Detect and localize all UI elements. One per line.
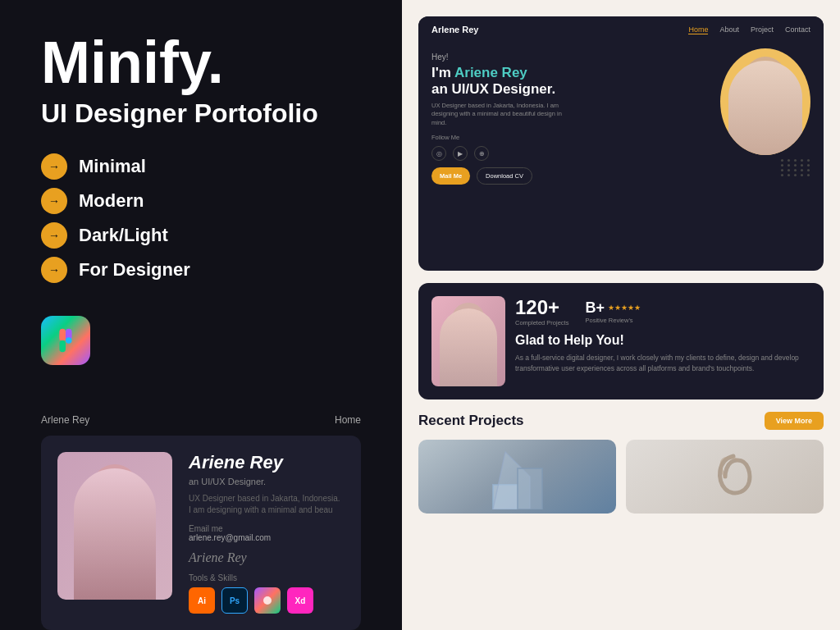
portfolio-photo-figure	[74, 468, 156, 600]
portfolio-nav-name: Arlene Rey	[41, 414, 89, 426]
site-preview: Arlene Rey Home About Project Contact He…	[418, 16, 824, 271]
recent-section: Recent Projects View More	[418, 412, 824, 514]
svg-rect-8	[518, 468, 542, 509]
feature-label-3: Dark/Light	[79, 225, 168, 246]
portfolio-nav-home: Home	[335, 414, 361, 426]
stats-numbers: 120+ Completed Projects B+ ★★★★★ Positiv…	[515, 296, 810, 326]
spiral-visual	[626, 440, 824, 514]
arrow-icon-3: →	[41, 222, 67, 249]
site-nav-about[interactable]: About	[719, 25, 739, 34]
site-nav-logo: Arlene Rey	[431, 25, 478, 34]
stats-figure	[440, 308, 497, 386]
stats-photo	[431, 296, 505, 386]
tool-ai-icon: Ai	[189, 587, 215, 614]
svg-rect-4	[59, 334, 66, 340]
arrow-icon-1: →	[41, 153, 67, 180]
tool-ps-icon: Ps	[221, 587, 248, 614]
site-hero-hey: Hey!	[431, 52, 712, 62]
portfolio-designer-desc: UX Designer based in Jakarta, Indonesia.…	[189, 493, 345, 516]
recent-header: Recent Projects View More	[418, 412, 824, 430]
instagram-icon[interactable]: ◎	[431, 146, 446, 161]
portfolio-designer-name: Ariene Rey	[189, 452, 345, 473]
projects-number: 120+	[515, 296, 568, 319]
portfolio-photo	[57, 452, 172, 600]
portfolio-tools-label: Tools & Skills	[189, 573, 345, 582]
youtube-icon[interactable]: ▶	[453, 146, 468, 161]
svg-rect-1	[59, 340, 66, 352]
portfolio-email: arlene.rey@gmail.com	[189, 533, 345, 542]
site-hero-name: Ariene Rey	[454, 65, 527, 80]
projects-label: Completed Projects	[515, 319, 568, 326]
site-nav-links: Home About Project Contact	[688, 25, 810, 34]
site-nav: Arlene Rey Home About Project Contact	[418, 16, 824, 43]
site-hero: Hey! I'm Ariene Reyan UI/UX Designer. UX…	[418, 43, 824, 185]
site-nav-project[interactable]: Project	[751, 25, 774, 34]
site-hero-text: Hey! I'm Ariene Reyan UI/UX Designer. UX…	[431, 52, 712, 185]
project-card-1[interactable]	[418, 440, 616, 514]
download-cv-button[interactable]: Download CV	[477, 167, 532, 185]
feature-item-2: → Modern	[41, 188, 361, 214]
site-hero-title: I'm Ariene Reyan UI/UX Designer.	[431, 65, 712, 98]
right-panel: Arlene Rey Home About Project Contact He…	[402, 0, 840, 630]
recent-projects-title: Recent Projects	[418, 413, 524, 429]
site-hero-btns: Mail Me Download CV	[431, 167, 712, 185]
stats-content: 120+ Completed Projects B+ ★★★★★ Positiv…	[515, 296, 810, 374]
portfolio-card: Ariene Rey an UI/UX Designer. UX Designe…	[41, 436, 361, 630]
arrow-icon-4: →	[41, 257, 67, 283]
hero-figure	[728, 61, 802, 155]
arch-visual	[418, 440, 616, 514]
feature-item-3: → Dark/Light	[41, 222, 361, 249]
site-nav-contact[interactable]: Contact	[785, 25, 810, 34]
tool-xd-icon: Xd	[287, 587, 313, 614]
project-card-2[interactable]	[626, 440, 824, 514]
mail-button[interactable]: Mail Me	[431, 167, 470, 185]
tool-figma-icon	[254, 587, 281, 614]
svg-point-5	[263, 596, 272, 605]
feature-item-4: → For Designer	[41, 257, 361, 283]
tools-icons: Ai Ps Xd	[189, 587, 345, 614]
site-hero-image	[720, 48, 810, 155]
projects-grid	[418, 440, 824, 514]
portfolio-designer-role: an UI/UX Designer.	[189, 477, 345, 486]
portfolio-info: Ariene Rey an UI/UX Designer. UX Designe…	[189, 452, 345, 614]
portfolio-nav: Arlene Rey Home	[41, 414, 361, 426]
stats-card: 120+ Completed Projects B+ ★★★★★ Positiv…	[418, 283, 824, 399]
site-hero-desc: UX Designer based in Jakarta, Indonesia.…	[431, 102, 563, 128]
feature-item-1: → Minimal	[41, 153, 361, 180]
feature-list: → Minimal → Modern → Dark/Light → For De…	[41, 153, 361, 291]
portfolio-email-label: Email me	[189, 524, 345, 533]
brand-subtitle: UI Designer Portofolio	[41, 98, 361, 129]
figma-badge	[41, 316, 90, 365]
site-social-icons: ◎ ▶ ⊕	[431, 146, 712, 161]
stats-headline: Glad to Help You!	[515, 333, 810, 348]
dots-decoration	[781, 159, 811, 176]
view-more-button[interactable]: View More	[765, 412, 824, 430]
completed-projects-stat: 120+ Completed Projects	[515, 296, 568, 326]
feature-label-1: Minimal	[79, 156, 146, 177]
grade-label: Positive Review's	[585, 317, 641, 324]
arrow-icon-2: →	[41, 188, 67, 214]
portfolio-preview: Arlene Rey Home Ariene Rey an UI/UX Desi…	[41, 414, 361, 630]
feature-label-2: Modern	[79, 190, 144, 212]
dribbble-icon[interactable]: ⊕	[474, 146, 489, 161]
rating-stat: B+ ★★★★★ Positive Review's	[585, 296, 641, 326]
site-nav-home[interactable]: Home	[688, 25, 708, 34]
site-hero-follow: Follow Me	[431, 134, 712, 141]
grade-value: B+	[585, 299, 605, 317]
stats-desc: As a full-service digital designer, I wo…	[515, 353, 810, 374]
stars-icon: ★★★★★	[608, 304, 641, 312]
left-panel: Minify. UI Designer Portofolio → Minimal…	[0, 0, 402, 630]
brand-title: Minify.	[41, 33, 361, 92]
svg-point-3	[66, 337, 72, 344]
feature-label-4: For Designer	[79, 259, 190, 281]
portfolio-signature: Ariene Rey	[189, 550, 345, 565]
